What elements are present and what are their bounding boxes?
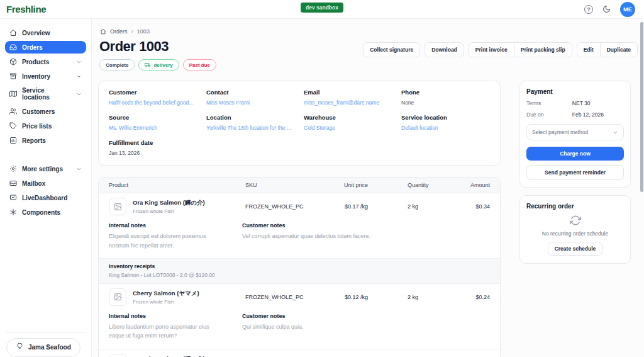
email-link[interactable]: miss_moses_frami@dare.name bbox=[304, 99, 392, 106]
internal-notes-text: Libero laudantium porro aspernatur eius … bbox=[109, 322, 213, 341]
product-image-icon bbox=[109, 288, 126, 306]
tag-icon bbox=[9, 122, 17, 130]
breadcrumb-separator: › bbox=[131, 28, 133, 35]
sidebar-item-reports[interactable]: Reports bbox=[5, 134, 86, 147]
table-header: Product SKU Unit price Quantity Amount bbox=[99, 178, 500, 193]
order-actions: Collect signature Download Print invoice… bbox=[363, 42, 638, 57]
field-source: SourceMs. Willie Emmerich bbox=[109, 114, 197, 131]
source-link[interactable]: Ms. Willie Emmerich bbox=[109, 125, 197, 131]
edit-button[interactable]: Edit bbox=[577, 42, 601, 57]
sidebar-item-label: LiveDashboard bbox=[22, 195, 67, 201]
status-badge-past-due: Past due bbox=[183, 59, 216, 71]
print-packing-slip-button[interactable]: Print packing slip bbox=[514, 42, 572, 57]
org-switcher-button[interactable]: Jama Seafood bbox=[6, 338, 80, 357]
duplicate-button[interactable]: Duplicate bbox=[600, 42, 638, 57]
sidebar-item-label: Service locations bbox=[22, 87, 71, 101]
dashboard-icon bbox=[9, 194, 17, 201]
warehouse-link[interactable]: Cold Storage bbox=[304, 125, 392, 131]
row-notes: Internal notes Libero laudantium porro a… bbox=[99, 310, 500, 349]
order-info-card: CustomerHalfFoods the beyond belief good… bbox=[98, 81, 501, 166]
inventory-receipt-line: King Salmon - Lot LOT0008 - 2.0 @ $120.0… bbox=[109, 272, 490, 278]
terms-label: Terms bbox=[526, 100, 572, 106]
sidebar-item-label: Orders bbox=[22, 44, 43, 51]
customer-notes-text: Qui similique culpa quia. bbox=[242, 322, 374, 331]
amount-value: $0.34 bbox=[452, 203, 490, 210]
table-row: Ora King Salmon (鱒の介) Frozen whole Fish … bbox=[99, 193, 500, 220]
components-icon bbox=[9, 208, 17, 216]
payment-card: Payment Terms NET 30 Due on Feb 12, 2026… bbox=[519, 81, 631, 188]
chevron-down-icon bbox=[76, 91, 82, 97]
sku-value: FROZEN_WHOLE_PC bbox=[245, 294, 324, 300]
chevron-down-icon bbox=[613, 130, 618, 135]
sidebar-item-products[interactable]: Products bbox=[5, 55, 86, 68]
customer-link[interactable]: HalfFoods the beyond belief good... bbox=[109, 99, 197, 106]
internal-notes-text: Eligendi suscipit est dolorem possimus n… bbox=[109, 232, 213, 250]
org-name: Jama Seafood bbox=[28, 344, 71, 351]
collect-signature-button[interactable]: Collect signature bbox=[363, 42, 420, 57]
recurring-order-title: Recurring order bbox=[526, 203, 624, 210]
chevron-down-icon bbox=[76, 59, 82, 65]
sidebar-item-label: Reports bbox=[22, 137, 46, 144]
print-invoice-button[interactable]: Print invoice bbox=[469, 42, 514, 57]
breadcrumb-orders[interactable]: Orders bbox=[110, 28, 128, 35]
help-icon[interactable]: ? bbox=[584, 5, 593, 14]
sidebar-item-overview[interactable]: Overview bbox=[5, 26, 86, 39]
shrimp-icon bbox=[16, 343, 23, 351]
contact-link[interactable]: Miss Moses Frami bbox=[206, 99, 295, 106]
create-schedule-button[interactable]: Create schedule bbox=[548, 242, 603, 256]
table-row: Cherry Salmon (ヤマメ) Frozen whole Fish FR… bbox=[99, 284, 500, 310]
charge-now-button[interactable]: Charge now bbox=[526, 147, 624, 161]
avatar[interactable]: ME bbox=[620, 2, 635, 17]
breadcrumb-home-icon[interactable] bbox=[100, 28, 106, 35]
sidebar-item-label: Mailbox bbox=[22, 180, 45, 187]
users-icon bbox=[9, 108, 17, 115]
field-warehouse: WarehouseCold Storage bbox=[304, 114, 392, 131]
sku-value: FROZEN_WHOLE_PC bbox=[245, 203, 324, 210]
sidebar-item-customers[interactable]: Customers bbox=[5, 105, 86, 118]
product-image-icon bbox=[109, 354, 126, 357]
gear-icon bbox=[9, 165, 17, 173]
sidebar-item-orders[interactable]: Orders bbox=[5, 41, 86, 54]
payment-title: Payment bbox=[526, 88, 624, 95]
package-icon bbox=[9, 58, 17, 65]
unit-price-value: $0.17 /kg bbox=[324, 203, 368, 210]
sidebar-item-price-lists[interactable]: Price lists bbox=[5, 120, 86, 132]
scrollbar[interactable] bbox=[640, 22, 643, 192]
sidebar-item-mailbox[interactable]: Mailbox bbox=[5, 177, 86, 190]
sidebar-item-livedashboard[interactable]: LiveDashboard bbox=[5, 191, 86, 204]
recurring-order-card: Recurring order No recurring order sched… bbox=[519, 195, 631, 264]
inbox-icon bbox=[9, 43, 17, 51]
download-button[interactable]: Download bbox=[425, 42, 464, 57]
app-logo[interactable]: Freshline bbox=[0, 4, 92, 14]
quantity-value: 2 kg bbox=[368, 203, 452, 210]
field-contact: ContactMiss Moses Frami bbox=[206, 89, 295, 106]
page-title: Order 1003 bbox=[99, 39, 216, 54]
quantity-value: 2 kg bbox=[368, 294, 452, 300]
amount-value: $0.24 bbox=[452, 294, 490, 300]
send-payment-reminder-button[interactable]: Send payment reminder bbox=[526, 165, 624, 180]
dark-mode-icon[interactable] bbox=[602, 5, 611, 13]
breadcrumb: Orders › 1003 bbox=[100, 28, 638, 35]
fulfillment-date-value: Jan 13, 2026 bbox=[109, 150, 197, 156]
archive-icon bbox=[9, 72, 17, 80]
service-location-link[interactable]: Default location bbox=[401, 125, 490, 131]
sidebar-item-more-settings[interactable]: More settings bbox=[5, 162, 86, 175]
location-link[interactable]: Yorkville The 18th location for the ... bbox=[206, 125, 295, 131]
due-on-label: Due on bbox=[526, 111, 572, 118]
sidebar-item-components[interactable]: Components bbox=[5, 206, 86, 218]
order-items-table: Product SKU Unit price Quantity Amount O… bbox=[98, 177, 501, 357]
sidebar-item-label: Inventory bbox=[22, 73, 50, 80]
payment-method-select[interactable]: Select payment method bbox=[526, 124, 624, 140]
bar-chart-icon bbox=[9, 137, 17, 144]
home-icon bbox=[9, 29, 17, 37]
sidebar-item-label: More settings bbox=[22, 166, 63, 173]
sidebar-item-service-locations[interactable]: Service locations bbox=[5, 84, 86, 103]
status-badge-delivery: delivery bbox=[138, 59, 179, 71]
sidebar-item-inventory[interactable]: Inventory bbox=[5, 70, 86, 82]
field-customer: CustomerHalfFoods the beyond belief good… bbox=[109, 89, 197, 106]
product-variant: Frozen whole Fish bbox=[133, 299, 199, 305]
field-phone: PhoneNone bbox=[401, 89, 490, 106]
product-variant: Frozen whole Fish bbox=[133, 208, 205, 214]
field-location: LocationYorkville The 18th location for … bbox=[206, 114, 295, 131]
env-badge: dev sandbox bbox=[301, 3, 343, 13]
